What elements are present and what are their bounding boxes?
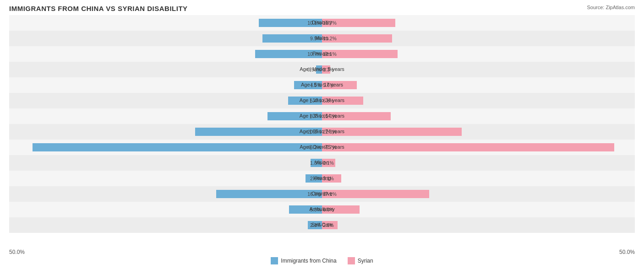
chart-area: 10.1%11.7%Disability9.5%11.2%Males10.7%1… — [9, 15, 635, 247]
table-row: 10.7%12.1%Females — [9, 46, 635, 62]
row-label: Hearing — [313, 175, 331, 181]
row-label: Females — [312, 51, 332, 56]
bar-china: 16.9% — [216, 190, 322, 198]
chart-title: IMMIGRANTS FROM CHINA VS SYRIAN DISABILI… — [9, 5, 635, 12]
row-label: Age | 65 to 74 years — [300, 129, 344, 134]
axis-left-label: 50.0% — [9, 249, 25, 255]
row-label: Disability — [312, 20, 332, 25]
legend-china-box — [271, 257, 278, 264]
bar-syrian: 17.1% — [322, 190, 429, 198]
row-label: Age | 5 to 17 years — [301, 82, 343, 87]
source-label: Source: ZipAtlas.com — [587, 5, 635, 10]
table-row: 1.8%2.1%Vision — [9, 155, 635, 171]
row-label: Age | 35 to 64 years — [300, 113, 344, 118]
bar-syrian: 12.1% — [322, 50, 398, 58]
table-row: 16.9%17.1%Cognitive — [9, 186, 635, 202]
bar-syrian: 11.7% — [322, 19, 395, 27]
chart-container: IMMIGRANTS FROM CHINA VS SYRIAN DISABILI… — [0, 0, 644, 280]
table-row: 46.3%46.7%Age | Over 75 years — [9, 140, 635, 155]
bar-syrian: 46.7% — [322, 143, 614, 151]
row-label: Age | 18 to 34 years — [300, 97, 344, 103]
table-row: 20.3%22.3%Age | 65 to 74 years — [9, 124, 635, 140]
legend: Immigrants from China Syrian — [9, 257, 635, 264]
legend-syrian: Syrian — [348, 257, 373, 264]
table-row: 2.3%2.5%Self-Care — [9, 217, 635, 233]
table-row: 9.5%11.2%Males — [9, 31, 635, 46]
row-label: Age | Under 5 years — [300, 66, 344, 72]
table-row: 5.3%6.0%Ambulatory — [9, 202, 635, 217]
bar-china: 9.5% — [262, 34, 322, 43]
legend-syrian-label: Syrian — [358, 258, 373, 264]
table-row: 8.7%11.0%Age | 35 to 64 years — [9, 108, 635, 124]
row-label: Self-Care — [311, 222, 333, 227]
row-label: Cognitive — [311, 191, 333, 196]
bar-syrian: 11.2% — [322, 34, 392, 43]
table-row: 10.1%11.7%Disability — [9, 15, 635, 31]
table-row: 0.96%1.3%Age | Under 5 years — [9, 62, 635, 77]
table-row: 5.4%6.6%Age | 18 to 34 years — [9, 93, 635, 108]
row-label: Age | Over 75 years — [300, 144, 344, 150]
axis-labels: 50.0% 50.0% — [9, 249, 635, 255]
axis-right-label: 50.0% — [619, 249, 635, 255]
row-label: Vision — [315, 160, 329, 165]
row-label: Ambulatory — [309, 206, 335, 212]
table-row: 2.6%3.1%Hearing — [9, 171, 635, 186]
row-label: Males — [315, 35, 328, 41]
legend-china-label: Immigrants from China — [281, 258, 336, 264]
legend-china: Immigrants from China — [271, 257, 336, 264]
legend-syrian-box — [348, 257, 355, 264]
bar-china: 46.3% — [33, 143, 322, 151]
bottom-area: 50.0% 50.0% Immigrants from China Syrian — [9, 249, 635, 264]
table-row: 4.5%5.6%Age | 5 to 17 years — [9, 77, 635, 93]
